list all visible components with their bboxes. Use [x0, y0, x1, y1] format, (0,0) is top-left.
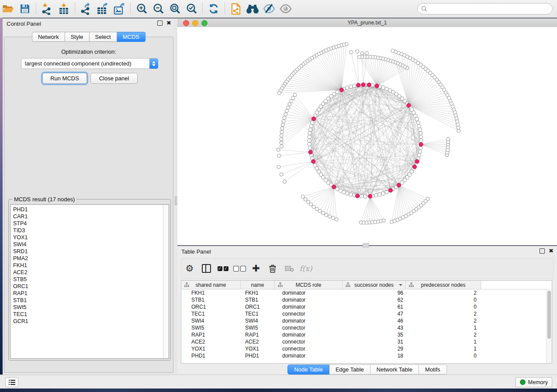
zoom-in-icon[interactable]	[133, 1, 150, 16]
column-label: MCDS role	[296, 282, 322, 288]
table-panel-title: Table Panel	[177, 246, 557, 257]
cell: ORC1	[181, 304, 241, 310]
export-image-icon[interactable]	[111, 1, 128, 16]
run-mcds-button[interactable]: Run MCDS	[42, 73, 87, 84]
cell: 2	[406, 318, 481, 324]
cell: ACE2	[241, 339, 275, 345]
network-document-icon[interactable]	[228, 1, 244, 16]
close-panel-icon[interactable]: ✖	[166, 21, 171, 25]
tab-style[interactable]: Style	[65, 32, 90, 42]
table-row[interactable]: TEC1TEC1connector472	[181, 310, 552, 317]
add-icon[interactable]: ✚	[248, 264, 264, 273]
search-input[interactable]	[429, 5, 549, 12]
mcds-result-item[interactable]: FKH1	[13, 262, 169, 269]
search-box[interactable]	[417, 3, 553, 14]
table-row[interactable]: PHD1PHD1dominator180	[181, 352, 552, 359]
import-table-icon[interactable]	[55, 1, 72, 16]
delete-icon[interactable]	[264, 264, 281, 273]
table-row[interactable]: FKH1FKH1dominator962	[181, 289, 552, 296]
toolbar-separator	[75, 3, 75, 15]
column-header-name[interactable]: name	[241, 281, 275, 289]
tab-network-table[interactable]: Network Table	[370, 364, 419, 375]
mcds-result-item[interactable]: STP4	[13, 220, 169, 227]
column-label: shared name	[195, 282, 226, 288]
show-panel-icon[interactable]	[277, 1, 294, 16]
zoom-fit-icon[interactable]	[166, 1, 183, 16]
export-table-icon[interactable]	[94, 1, 111, 16]
mcds-tab-content: Optimization criterion: largest connecte…	[4, 37, 173, 373]
search-binoculars-icon[interactable]	[244, 1, 261, 16]
memory-button[interactable]: Memory	[515, 377, 552, 387]
optimization-criterion-select[interactable]: largest connected component (undirected)	[21, 58, 158, 69]
mcds-result-item[interactable]: SWI5	[13, 304, 169, 311]
open-file-icon[interactable]	[0, 1, 17, 16]
horizontal-splitter-grip[interactable]	[363, 243, 369, 248]
table-row[interactable]: ORC1ORC1dominator610	[181, 303, 552, 310]
toolbar-separator	[130, 3, 131, 15]
table-row[interactable]: YOX1YOX1connector291	[181, 345, 552, 352]
node-table[interactable]: shared namenameMCDS rolesuccessor nodesp…	[181, 280, 552, 364]
mcds-result-item[interactable]: TID3	[13, 227, 169, 234]
mcds-result-item[interactable]: TEC1	[13, 311, 169, 318]
show-columns-icon[interactable]	[198, 264, 214, 273]
column-header-predecessor-nodes[interactable]: predecessor nodes	[406, 281, 481, 289]
save-session-icon[interactable]	[17, 1, 33, 16]
column-header-shared-name[interactable]: shared name	[181, 281, 241, 289]
mcds-result-item[interactable]: ORC1	[13, 283, 169, 290]
network-canvas[interactable]	[177, 27, 557, 245]
mcds-result-item[interactable]: ACE2	[13, 269, 169, 276]
table-scrollbar[interactable]	[546, 289, 552, 363]
tab-network[interactable]: Network	[32, 32, 65, 42]
cell: PHD1	[181, 353, 241, 359]
tab-mcds[interactable]: MCDS	[117, 32, 145, 42]
table-row[interactable]: SWI5SWI5connector431	[181, 324, 552, 331]
mcds-result-item[interactable]: SRD1	[13, 248, 169, 255]
column-header-MCDS-role[interactable]: MCDS role	[275, 281, 343, 289]
tab-edge-table[interactable]: Edge Table	[329, 364, 370, 375]
float-panel-icon[interactable]	[540, 248, 545, 254]
close-panel-icon[interactable]: ✖	[549, 249, 554, 253]
mcds-result-list[interactable]: PHD1CAR1STP4TID3YOX1SWI4SRD1PMA2FKH1ACE2…	[10, 204, 169, 359]
table-row[interactable]: STB1STB1dominator620	[181, 296, 552, 303]
unselect-all-icon[interactable]	[231, 266, 248, 272]
select-all-icon[interactable]: ✓✓	[214, 266, 231, 271]
float-panel-icon[interactable]	[157, 21, 163, 26]
cell: SWI5	[241, 325, 275, 331]
hide-panel-icon[interactable]	[261, 1, 277, 16]
mcds-result-item[interactable]: PMA2	[13, 255, 169, 262]
mcds-result-item[interactable]: CAR1	[13, 213, 169, 220]
mcds-result-item[interactable]: YOX1	[13, 234, 169, 241]
tab-node-table[interactable]: Node Table	[287, 364, 329, 375]
import-network-icon[interactable]	[39, 1, 55, 16]
cell: TEC1	[241, 311, 275, 317]
cell: 46	[343, 318, 406, 324]
mcds-result-item[interactable]: STB1	[13, 297, 169, 304]
zoom-selected-icon[interactable]	[183, 1, 200, 16]
column-header-successor-nodes[interactable]: successor nodes	[343, 281, 406, 289]
export-network-icon[interactable]	[78, 1, 94, 16]
task-history-button[interactable]	[5, 377, 18, 387]
mcds-result-item[interactable]: RAP1	[13, 290, 169, 297]
control-panel: Control Panel ✖ NetworkStyleSelectMCDS O…	[3, 18, 175, 375]
table-row[interactable]: SWI4SWI4dominator462	[181, 317, 552, 324]
cell: 2	[406, 332, 481, 338]
tab-select[interactable]: Select	[90, 32, 117, 42]
table-row[interactable]: RAP1RAP1dominator352	[181, 331, 552, 338]
table-row[interactable]: ACE2ACE2connector311	[181, 338, 552, 345]
mcds-result-item[interactable]: GCR1	[13, 318, 169, 325]
close-panel-button[interactable]: Close panel	[90, 73, 138, 84]
mcds-result-item[interactable]: STB5	[13, 276, 169, 283]
cell: dominator	[275, 318, 343, 324]
zoom-out-icon[interactable]	[150, 1, 166, 16]
table-settings-icon[interactable]: ⚙	[181, 264, 198, 273]
mcds-result-item[interactable]: SWI4	[13, 241, 169, 248]
refresh-layout-icon[interactable]	[205, 1, 222, 16]
scrollbar-thumb[interactable]	[547, 291, 551, 339]
cell: STB1	[181, 297, 241, 303]
mcds-list-scrollbar[interactable]	[163, 205, 169, 358]
list-icon	[9, 380, 15, 385]
mcds-result-item[interactable]: PHD1	[13, 206, 169, 213]
network-window-title: YPA_prune.txt_1	[177, 20, 557, 26]
tab-motifs[interactable]: Motifs	[419, 364, 447, 375]
mcds-result-box: MCDS result (17 nodes) PHD1CAR1STP4TID3Y…	[8, 199, 171, 361]
